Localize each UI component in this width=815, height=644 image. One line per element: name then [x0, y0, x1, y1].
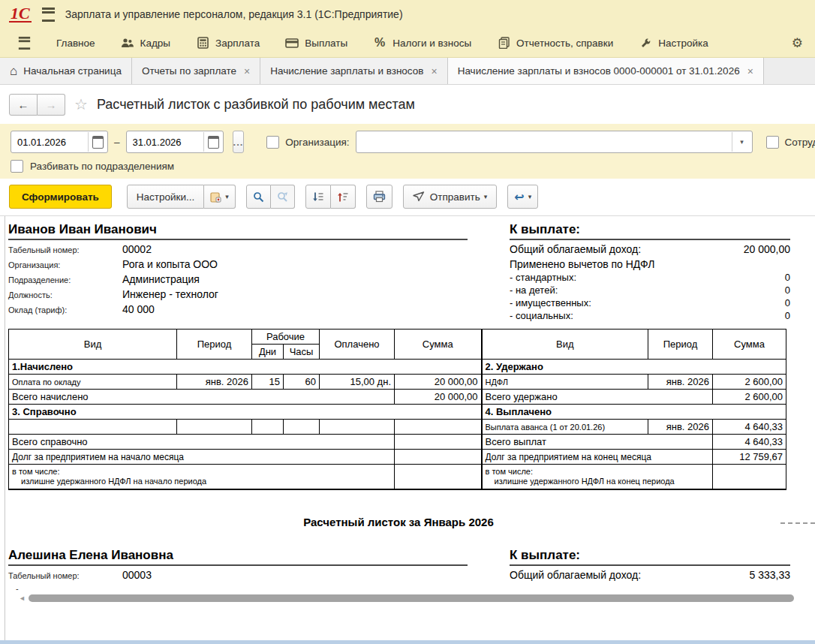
- col-header-kind-right: Вид: [482, 330, 648, 360]
- history-button[interactable]: ↩ ▾: [507, 185, 538, 209]
- back-button[interactable]: ←: [9, 94, 38, 116]
- percent-icon: %: [373, 37, 386, 49]
- payout-value: 0: [785, 272, 790, 283]
- menu-item-staff[interactable]: Кадры: [110, 34, 181, 52]
- main-menu-icon[interactable]: [42, 8, 55, 22]
- cell-empty: [252, 420, 284, 435]
- tab-home[interactable]: ⌂ Начальная страница: [0, 58, 132, 84]
- note-line2: излишне удержанного НДФЛ на начало перио…: [12, 477, 391, 486]
- menu-item-payments[interactable]: Выплаты: [275, 34, 358, 52]
- forward-button[interactable]: →: [38, 94, 65, 116]
- tab-salary-reports-label: Отчеты по зарплате: [142, 65, 236, 77]
- organization-label: Организация:: [285, 137, 349, 148]
- find-next-button[interactable]: [271, 185, 295, 209]
- menu-salary-label: Зарплата: [215, 38, 260, 49]
- print-button[interactable]: [366, 185, 392, 209]
- date-to-field[interactable]: [126, 131, 224, 153]
- undo-arrow-icon: ↩: [514, 190, 524, 204]
- horizontal-scrollbar[interactable]: ◄: [19, 594, 815, 602]
- favorite-star-icon[interactable]: ☆: [74, 95, 88, 113]
- close-icon[interactable]: ×: [746, 65, 753, 77]
- gear-icon[interactable]: ⚙: [787, 35, 807, 51]
- back-arrow-icon: ←: [18, 98, 29, 111]
- tab-payroll-document[interactable]: Начисление зарплаты и взносов 0000-00000…: [448, 58, 764, 84]
- organization-checkbox[interactable]: [266, 136, 279, 149]
- home-icon: ⌂: [10, 65, 17, 77]
- menu-item-taxes[interactable]: % Налоги и взносы: [362, 34, 482, 52]
- send-button[interactable]: Отправить ▾: [403, 185, 497, 209]
- cell-empty: [395, 465, 482, 490]
- search-icon: [253, 191, 264, 203]
- field-label: Организация:: [8, 260, 122, 269]
- tab-home-label: Начальная страница: [23, 65, 122, 77]
- debt-begin-value: [395, 450, 482, 465]
- chevron-down-icon[interactable]: ▾: [732, 132, 752, 152]
- debt-begin-label: Долг за предприятием на начало месяца: [9, 450, 395, 465]
- menu-main-label: Главное: [56, 38, 95, 49]
- cell-paid-kind: Выплата аванса (1 от 20.01.26): [482, 420, 648, 435]
- page-heading: Расчетный листок за Январь 2026: [8, 516, 789, 528]
- collapse-groups-button[interactable]: [331, 185, 356, 209]
- employee-checkbox[interactable]: [766, 136, 779, 149]
- report-variants-button[interactable]: ▾: [204, 185, 236, 209]
- period-more-button[interactable]: ...: [233, 131, 245, 153]
- employee-label: Сотруд: [785, 137, 815, 148]
- sections-icon: [19, 36, 30, 49]
- report-toolbar: Сформировать Настройки... ▾: [0, 179, 815, 216]
- split-by-departments-checkbox[interactable]: [11, 160, 23, 173]
- card-icon: [285, 37, 299, 49]
- clipped-next-line: -: [16, 584, 815, 593]
- menu-item-reporting[interactable]: Отчетность, справки: [486, 34, 624, 52]
- chevron-down-icon: ▾: [225, 193, 229, 200]
- cell-paid-period: янв. 2026: [648, 420, 713, 435]
- payout-title: К выплате:: [510, 222, 790, 240]
- field-value: 00003: [122, 569, 152, 581]
- expand-groups-button[interactable]: [305, 185, 331, 209]
- tab-salary-reports[interactable]: Отчеты по зарплате ×: [132, 58, 260, 84]
- col-header-period-right: Период: [648, 330, 713, 360]
- generate-button[interactable]: Сформировать: [9, 185, 112, 209]
- payout-label: - на детей:: [510, 284, 558, 296]
- cell-accrued-sum: 20 000,00: [395, 375, 482, 390]
- cell-accrued-kind: Оплата по окладу: [9, 375, 177, 390]
- filter-panel: – ... Организация: ▾ Сотруд Разбивать по…: [0, 124, 815, 179]
- field-label: Должность:: [8, 290, 122, 299]
- menu-sections-toggle[interactable]: [8, 33, 41, 53]
- payout-value: 0: [785, 297, 790, 308]
- close-icon[interactable]: ×: [242, 65, 250, 77]
- collapse-groups-icon: [337, 191, 349, 203]
- menu-item-settings[interactable]: Настройка: [628, 34, 718, 52]
- scrollbar-thumb[interactable]: [29, 594, 794, 602]
- settings-button[interactable]: Настройки...: [127, 185, 204, 209]
- date-from-field[interactable]: [11, 131, 108, 153]
- debt-end-note: в том числе: излишне удержанного НДФЛ на…: [482, 465, 713, 490]
- cell-accrued-period: янв. 2026: [177, 375, 252, 390]
- menu-item-main[interactable]: Главное: [46, 35, 106, 52]
- close-icon[interactable]: ×: [429, 65, 437, 77]
- calendar-icon[interactable]: [88, 132, 107, 152]
- app-title: Зарплата и управление персоналом, редакц…: [65, 8, 403, 20]
- search-next-icon: [277, 191, 288, 203]
- col-header-sum-right: Сумма: [713, 330, 786, 360]
- menu-item-salary[interactable]: Зарплата: [185, 34, 270, 52]
- organization-combobox[interactable]: ▾: [356, 131, 753, 153]
- menu-settings-label: Настройка: [658, 38, 708, 49]
- tab-payroll-list[interactable]: Начисление зарплаты и взносов ×: [260, 58, 447, 84]
- chevron-down-icon: ▾: [484, 193, 488, 200]
- payout-label: Общий облагаемый доход:: [510, 569, 641, 581]
- search-button[interactable]: [246, 185, 271, 209]
- expand-groups-icon: [312, 191, 324, 203]
- people-icon: [121, 37, 134, 49]
- total-reference-label: Всего справочно: [9, 435, 395, 450]
- payout-title: К выплате:: [510, 548, 790, 566]
- calendar-icon[interactable]: [203, 132, 223, 152]
- col-header-hours: Часы: [284, 345, 320, 360]
- payout-value: 5 333,33: [750, 569, 791, 581]
- scroll-left-icon[interactable]: ◄: [19, 594, 26, 602]
- date-from-input[interactable]: [11, 137, 88, 148]
- bottom-edge-strip: [0, 640, 815, 644]
- cell-withheld-kind: НДФЛ: [482, 375, 648, 390]
- total-withheld-label: Всего удержано: [482, 390, 713, 405]
- date-to-input[interactable]: [127, 137, 203, 148]
- cell-empty: [395, 420, 482, 435]
